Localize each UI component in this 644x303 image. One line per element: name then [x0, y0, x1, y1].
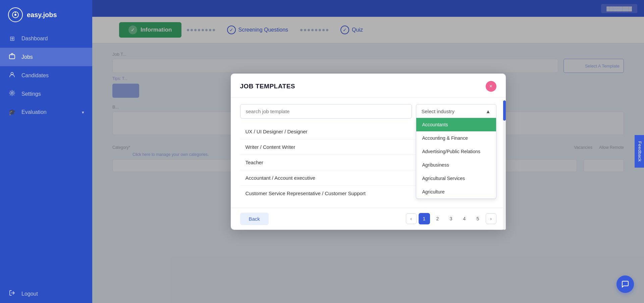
sidebar-item-jobs[interactable]: Jobs: [0, 48, 92, 66]
candidates-icon: [8, 72, 16, 79]
jobs-icon: [8, 53, 16, 61]
sidebar-item-logout[interactable]: Logout: [0, 285, 92, 303]
modal-header: JOB TEMPLATES ×: [231, 74, 506, 97]
pagination: ‹ 1 2 3 4 5 ›: [406, 213, 496, 224]
industry-option-accounting-finance[interactable]: Accounting & Finance: [416, 131, 496, 145]
sidebar-label-logout: Logout: [21, 291, 38, 297]
sidebar-item-settings[interactable]: Settings: [0, 85, 92, 103]
sidebar-label-evaluation: Evaluation: [21, 109, 47, 115]
modal-overlay: JOB TEMPLATES × Select industry ▲: [92, 0, 644, 303]
industry-option-agriculture[interactable]: Agriculture: [416, 185, 496, 199]
close-icon: ×: [489, 83, 492, 89]
modal-footer: Back ‹ 1 2 3 4 5 ›: [231, 208, 506, 230]
chevron-up-icon: ▲: [486, 109, 491, 114]
svg-rect-3: [9, 55, 15, 59]
svg-point-5: [11, 92, 13, 94]
page-5-button[interactable]: 5: [472, 213, 484, 224]
modal-body: Select industry ▲ Accountants Accounting…: [231, 97, 506, 208]
industry-select-button[interactable]: Select industry ▲: [416, 104, 496, 119]
modal-close-button[interactable]: ×: [486, 81, 496, 92]
feedback-tab[interactable]: Feedback: [635, 135, 644, 168]
industry-option-advertising[interactable]: Advertising/Public Relations: [416, 145, 496, 158]
back-button[interactable]: Back: [240, 213, 269, 225]
industry-select-label: Select industry: [422, 109, 454, 114]
industry-option-agricultural-services[interactable]: Agricultural Services: [416, 172, 496, 185]
logo-icon: [8, 7, 23, 22]
page-prev-button[interactable]: ‹: [406, 213, 417, 224]
page-1-button[interactable]: 1: [419, 213, 430, 224]
modal-scrollbar-track: [503, 100, 506, 230]
sidebar-label-candidates: Candidates: [21, 73, 49, 79]
page-3-button[interactable]: 3: [445, 213, 457, 224]
dashboard-icon: ⊞: [8, 35, 16, 42]
logo-area: easy.jobs: [0, 0, 92, 30]
evaluation-icon: 🎓: [8, 109, 16, 116]
search-input[interactable]: [240, 104, 412, 119]
sidebar-label-dashboard: Dashboard: [21, 36, 48, 42]
search-row: Select industry ▲ Accountants Accounting…: [240, 104, 496, 119]
page-2-button[interactable]: 2: [432, 213, 443, 224]
industry-select-wrapper: Select industry ▲ Accountants Accounting…: [416, 104, 496, 119]
sidebar: easy.jobs ⊞ Dashboard Jobs Candidates: [0, 0, 92, 303]
industry-option-agribusiness[interactable]: Agribusiness: [416, 158, 496, 172]
logout-icon: [8, 290, 16, 298]
modal-scrollbar-thumb[interactable]: [503, 100, 506, 121]
sidebar-item-evaluation[interactable]: 🎓 Evaluation ▾: [0, 103, 92, 121]
sidebar-label-settings: Settings: [21, 91, 41, 97]
chat-button[interactable]: [616, 275, 634, 293]
industry-dropdown: Accountants Accounting & Finance Adverti…: [416, 118, 496, 199]
settings-icon: [8, 90, 16, 98]
svg-point-1: [14, 14, 16, 16]
modal-title: JOB TEMPLATES: [240, 83, 296, 90]
page-next-button[interactable]: ›: [486, 213, 496, 224]
logo-text: easy.jobs: [27, 11, 57, 19]
sidebar-label-jobs: Jobs: [21, 54, 33, 60]
chevron-down-icon: ▾: [82, 110, 84, 115]
main-content: ▓▓▓▓▓▓▓▓ ✓ Information ✓ Screening Quest…: [92, 0, 644, 303]
sidebar-item-dashboard[interactable]: ⊞ Dashboard: [0, 30, 92, 48]
sidebar-item-candidates[interactable]: Candidates: [0, 66, 92, 85]
industry-option-accountants[interactable]: Accountants: [416, 118, 496, 131]
job-templates-modal: JOB TEMPLATES × Select industry ▲: [231, 74, 506, 230]
page-4-button[interactable]: 4: [459, 213, 470, 224]
